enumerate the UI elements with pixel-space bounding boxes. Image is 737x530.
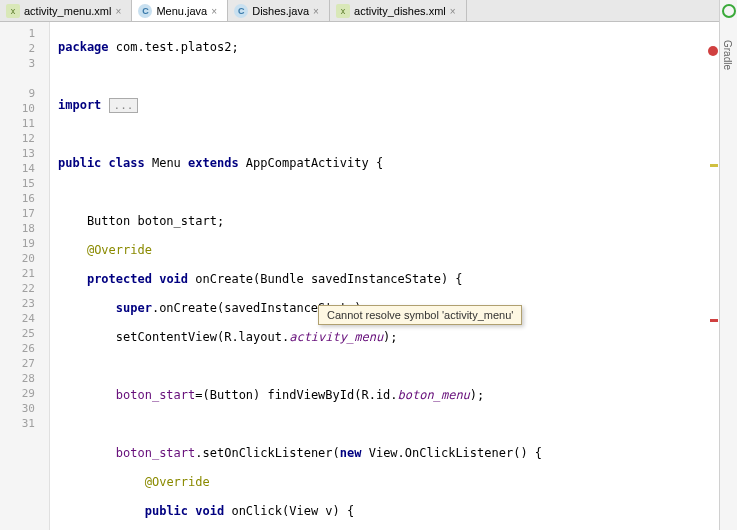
- line-number: 24: [0, 311, 49, 326]
- error-tooltip: Cannot resolve symbol 'activity_menu': [318, 305, 522, 325]
- line-number: 26: [0, 341, 49, 356]
- xml-file-icon: x: [336, 4, 350, 18]
- line-number: 12: [0, 131, 49, 146]
- tab-menu-java[interactable]: C Menu.java ×: [132, 0, 228, 21]
- line-number: 19: [0, 236, 49, 251]
- line-number: 1: [0, 26, 49, 41]
- close-icon[interactable]: ×: [211, 6, 221, 16]
- import-fold[interactable]: ...: [109, 98, 139, 113]
- error-mark[interactable]: [710, 319, 718, 322]
- line-number: 2: [0, 41, 49, 56]
- tab-label: Menu.java: [156, 5, 207, 17]
- line-number: 21: [0, 266, 49, 281]
- warning-mark[interactable]: [710, 164, 718, 167]
- tab-dishes-java[interactable]: C Dishes.java ×: [228, 0, 330, 21]
- line-number: 14: [0, 161, 49, 176]
- gutter: 1 2 3 9 10 11 12 13 14 15 16 17 18 19 20…: [0, 22, 50, 530]
- line-number: 18: [0, 221, 49, 236]
- line-number: [0, 71, 49, 86]
- tab-activity-dishes-xml[interactable]: x activity_dishes.xml ×: [330, 0, 467, 21]
- close-icon[interactable]: ×: [115, 6, 125, 16]
- error-indicator-icon[interactable]: [708, 46, 718, 56]
- line-number: 11: [0, 116, 49, 131]
- line-number: 31: [0, 416, 49, 431]
- line-number: 13: [0, 146, 49, 161]
- java-class-icon: C: [138, 4, 152, 18]
- close-icon[interactable]: ×: [450, 6, 460, 16]
- right-tool-window-bar: Gradle: [719, 0, 737, 530]
- line-number: 22: [0, 281, 49, 296]
- line-number: 16: [0, 191, 49, 206]
- code-editor[interactable]: package com.test.platos2; import ... pub…: [50, 22, 737, 530]
- close-icon[interactable]: ×: [313, 6, 323, 16]
- editor-tabs: x activity_menu.xml × C Menu.java × C Di…: [0, 0, 737, 22]
- tab-label: activity_menu.xml: [24, 5, 111, 17]
- line-number: 15: [0, 176, 49, 191]
- tab-label: Dishes.java: [252, 5, 309, 17]
- java-class-icon: C: [234, 4, 248, 18]
- error-stripe[interactable]: [709, 44, 719, 530]
- line-number: 3: [0, 56, 49, 71]
- line-number: 9: [0, 86, 49, 101]
- line-number: 25: [0, 326, 49, 341]
- line-number: 10: [0, 101, 49, 116]
- line-number: 23: [0, 296, 49, 311]
- line-number: 28: [0, 371, 49, 386]
- line-number: 17: [0, 206, 49, 221]
- xml-file-icon: x: [6, 4, 20, 18]
- tab-activity-menu-xml[interactable]: x activity_menu.xml ×: [0, 0, 132, 21]
- line-number: 30: [0, 401, 49, 416]
- gradle-tool-button[interactable]: Gradle: [720, 20, 733, 70]
- line-number: 27: [0, 356, 49, 371]
- line-number: 29: [0, 386, 49, 401]
- editor-area: 1 2 3 9 10 11 12 13 14 15 16 17 18 19 20…: [0, 22, 737, 530]
- line-number: 20: [0, 251, 49, 266]
- gradle-icon[interactable]: [722, 4, 736, 18]
- tab-label: activity_dishes.xml: [354, 5, 446, 17]
